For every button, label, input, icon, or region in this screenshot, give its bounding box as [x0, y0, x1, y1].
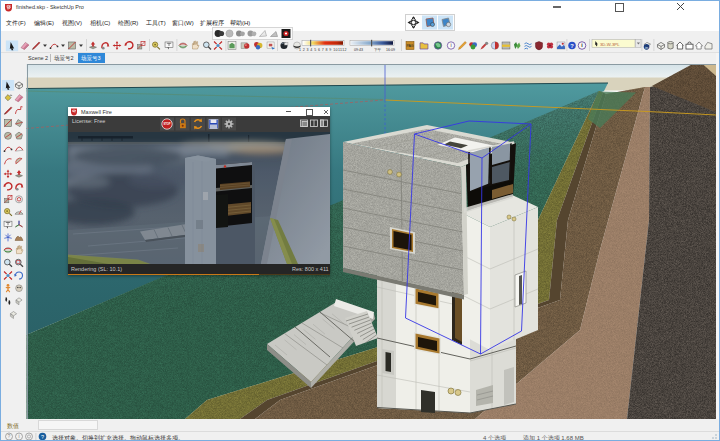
- svg-text:09:43: 09:43: [354, 48, 363, 52]
- svg-text:下午: 下午: [374, 48, 382, 52]
- svg-text:i: i: [450, 42, 451, 48]
- svg-text:in: in: [645, 44, 648, 49]
- svg-text:3D-W-3PL: 3D-W-3PL: [600, 42, 620, 47]
- svg-text:?: ?: [41, 434, 44, 440]
- svg-text:STOP: STOP: [163, 122, 170, 126]
- svg-text:i: i: [18, 433, 19, 439]
- svg-text:?: ?: [8, 433, 11, 439]
- svg-text:PAG: PAG: [406, 44, 413, 48]
- svg-text:?: ?: [570, 43, 574, 49]
- svg-text:1 2 3 4 5 6 7 8 9 101112: 1 2 3 4 5 6 7 8 9 101112: [299, 48, 347, 52]
- svg-text:16:09: 16:09: [386, 48, 395, 52]
